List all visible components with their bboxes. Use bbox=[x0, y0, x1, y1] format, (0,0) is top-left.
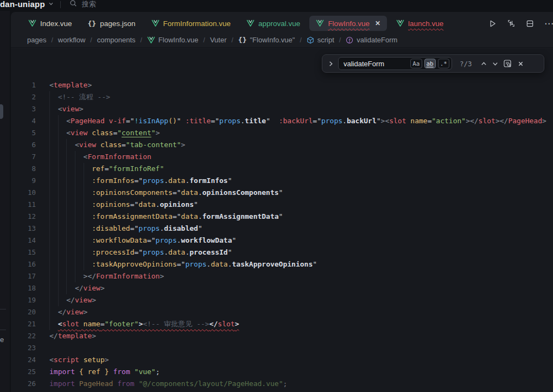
regex-toggle[interactable]: .* bbox=[438, 59, 449, 68]
indent-guide bbox=[84, 187, 92, 199]
line-content: :processId="props.data.processId" bbox=[49, 246, 232, 258]
line-number: 6 bbox=[11, 139, 36, 151]
indent-guide bbox=[58, 223, 67, 235]
code-line[interactable]: 10:opinionsComponents="data.opinionsComp… bbox=[11, 187, 553, 199]
indent-guide bbox=[49, 258, 58, 270]
code-line[interactable]: 5<view class="content"> bbox=[11, 127, 553, 139]
match-case-toggle[interactable]: Aa bbox=[410, 59, 422, 68]
tab-approval-vue[interactable]: approval.vue bbox=[240, 16, 307, 31]
find-in-selection-button[interactable] bbox=[503, 59, 512, 68]
code-line[interactable]: 15:processId="props.data.processId" bbox=[11, 246, 553, 258]
indent-guide bbox=[66, 246, 75, 258]
chevron-down-icon bbox=[492, 60, 499, 67]
find-input[interactable] bbox=[344, 60, 408, 68]
regex-icon: .* bbox=[440, 60, 447, 67]
tab-pages-json[interactable]: {}pages.json bbox=[81, 16, 142, 31]
code-line[interactable]: 21<slot name="footer"><!-- 审批意见 --></slo… bbox=[11, 318, 553, 330]
code-line[interactable]: 8ref="formInfoRef" bbox=[11, 163, 553, 175]
tab-forminformation-vue[interactable]: FormInformation.vue bbox=[145, 16, 238, 31]
previous-match-button[interactable] bbox=[480, 60, 487, 67]
code-line[interactable]: 13:disabled="props.disabled" bbox=[11, 223, 553, 235]
indent-guide bbox=[75, 163, 84, 175]
indent-guide bbox=[75, 211, 84, 223]
vue-file-icon bbox=[28, 20, 36, 27]
code-line[interactable]: 25import { ref } from "vue"; bbox=[11, 366, 553, 378]
indent-guide bbox=[75, 151, 84, 163]
braces-icon: {} bbox=[238, 36, 247, 44]
expand-replace-button[interactable] bbox=[328, 61, 334, 67]
indent-guide bbox=[75, 223, 84, 235]
code-line[interactable]: 23 bbox=[11, 342, 553, 354]
indent-guide bbox=[84, 163, 92, 175]
titlebar-divider bbox=[60, 1, 61, 8]
indent-guide bbox=[75, 246, 84, 258]
code-line[interactable]: 11:opinions="data.opinions" bbox=[11, 199, 553, 211]
indent-guide bbox=[66, 211, 75, 223]
more-button[interactable]: ⋯ bbox=[544, 18, 553, 29]
tab-launch-vue[interactable]: launch.vue bbox=[390, 16, 450, 31]
breadcrumb-item[interactable]: FlowInfo.vue bbox=[147, 36, 199, 44]
tab-label: pages.json bbox=[100, 20, 135, 28]
code-line[interactable]: 16:taskApproveOpinions="props.data.taskA… bbox=[11, 258, 553, 270]
line-content: :workflowData="props.workflowData" bbox=[49, 235, 236, 246]
side-strip-indicator[interactable] bbox=[0, 104, 3, 119]
global-search-button[interactable]: 搜索 bbox=[69, 0, 96, 9]
breadcrumb-item[interactable]: script bbox=[307, 36, 334, 44]
breadcrumb-item[interactable]: pages bbox=[27, 36, 46, 44]
indent-guide bbox=[75, 199, 84, 211]
code-line[interactable]: 6<view class="tab-content"> bbox=[11, 139, 553, 151]
line-number: 17 bbox=[11, 270, 36, 282]
code-line[interactable]: 9:formInfos="props.data.formInfos" bbox=[11, 175, 553, 187]
indent-guide bbox=[75, 175, 84, 187]
code-line[interactable]: 24<script setup> bbox=[11, 354, 553, 366]
code-line[interactable]: 1<template> bbox=[11, 79, 553, 91]
breadcrumb-item[interactable]: components bbox=[97, 36, 136, 44]
run-button[interactable] bbox=[488, 20, 497, 28]
next-match-button[interactable] bbox=[492, 60, 499, 67]
indent-guide bbox=[84, 258, 92, 270]
code-line[interactable]: 4<PageHead v-if="!isInApp()" :title="pro… bbox=[11, 115, 553, 127]
line-number: 23 bbox=[11, 342, 36, 354]
indent-guide bbox=[66, 223, 75, 235]
tab-flowinfo-vue[interactable]: FlowInfo.vue✕ bbox=[309, 16, 387, 31]
line-content: </template> bbox=[49, 330, 96, 342]
line-number: 16 bbox=[11, 258, 36, 270]
breadcrumb-item[interactable]: ƒvalidateForm bbox=[346, 36, 397, 44]
breadcrumb: pages/workflow/components/FlowInfo.vue/V… bbox=[11, 33, 553, 48]
code-editor[interactable]: Aaab.* ?/3 bbox=[11, 48, 553, 392]
code-line[interactable]: 12:formAssignmentData="data.formAssignme… bbox=[11, 211, 553, 223]
close-find-button[interactable] bbox=[518, 61, 524, 67]
code-line[interactable]: 18</view> bbox=[11, 282, 553, 294]
search-icon bbox=[69, 0, 77, 9]
line-content: :taskApproveOpinions="props.data.taskApp… bbox=[49, 258, 317, 270]
code-line[interactable]: 2<!-- 流程 --> bbox=[11, 91, 553, 103]
code-line[interactable]: 20</view> bbox=[11, 306, 553, 318]
tab-label: launch.vue bbox=[408, 20, 443, 28]
whole-word-toggle[interactable]: ab bbox=[424, 59, 436, 68]
code-line[interactable]: 3<view> bbox=[11, 103, 553, 115]
indent-guide bbox=[84, 223, 92, 235]
code-line[interactable]: 19</view> bbox=[11, 294, 553, 306]
tab-close-button[interactable]: ✕ bbox=[375, 20, 380, 27]
tab-label: approval.vue bbox=[258, 20, 300, 28]
split-editor-button[interactable] bbox=[526, 20, 534, 28]
indent-guide bbox=[66, 235, 75, 246]
code-line[interactable]: 14:workflowData="props.workflowData" bbox=[11, 235, 553, 246]
line-content: <view class="content"> bbox=[49, 127, 160, 139]
breadcrumb-label: "FlowInfo.vue" bbox=[250, 36, 295, 44]
search-label: 搜索 bbox=[82, 0, 96, 9]
code-line[interactable]: 22</template> bbox=[11, 330, 553, 342]
breadcrumb-item[interactable]: workflow bbox=[58, 36, 86, 44]
code-line[interactable]: 17></FormInformation> bbox=[11, 270, 553, 282]
compare-branches-button[interactable] bbox=[507, 19, 516, 28]
code-line[interactable]: 7<FormInformation bbox=[11, 151, 553, 163]
breadcrumb-item[interactable]: {}"FlowInfo.vue" bbox=[238, 36, 295, 44]
code-line[interactable]: 26import PageHead from "@/components/lay… bbox=[11, 378, 553, 390]
indent-guide bbox=[49, 175, 58, 187]
breadcrumb-item[interactable]: Vuter bbox=[210, 36, 227, 44]
project-selector[interactable]: dan-uniapp bbox=[0, 0, 54, 9]
indent-guide bbox=[66, 139, 75, 151]
indent-guide bbox=[66, 282, 75, 294]
tab-index-vue[interactable]: Index.vue bbox=[22, 16, 79, 31]
find-widget: Aaab.* ?/3 bbox=[322, 54, 544, 73]
